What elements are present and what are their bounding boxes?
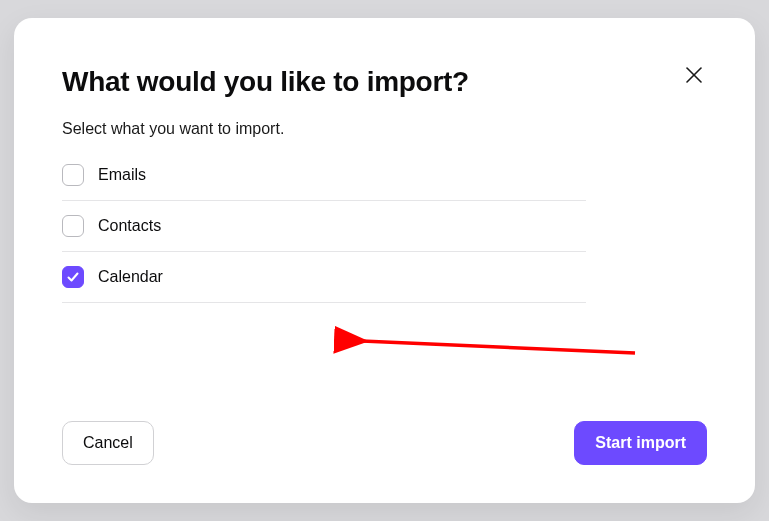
close-button[interactable]	[681, 62, 707, 88]
option-contacts[interactable]: Contacts	[62, 201, 586, 252]
start-import-button[interactable]: Start import	[574, 421, 707, 465]
option-calendar[interactable]: Calendar	[62, 252, 586, 303]
modal-header: What would you like to import?	[62, 66, 707, 98]
modal-footer: Cancel Start import	[62, 401, 707, 465]
checkmark-icon	[66, 270, 80, 284]
option-label: Emails	[98, 166, 146, 184]
option-label: Calendar	[98, 268, 163, 286]
option-emails[interactable]: Emails	[62, 164, 586, 201]
checkbox-contacts[interactable]	[62, 215, 84, 237]
checkbox-calendar[interactable]	[62, 266, 84, 288]
import-options-list: Emails Contacts Calendar	[62, 164, 586, 303]
cancel-button[interactable]: Cancel	[62, 421, 154, 465]
option-label: Contacts	[98, 217, 161, 235]
import-modal: What would you like to import? Select wh…	[14, 18, 755, 503]
close-icon	[685, 66, 703, 84]
checkbox-emails[interactable]	[62, 164, 84, 186]
modal-title: What would you like to import?	[62, 66, 469, 98]
modal-subtitle: Select what you want to import.	[62, 120, 707, 138]
